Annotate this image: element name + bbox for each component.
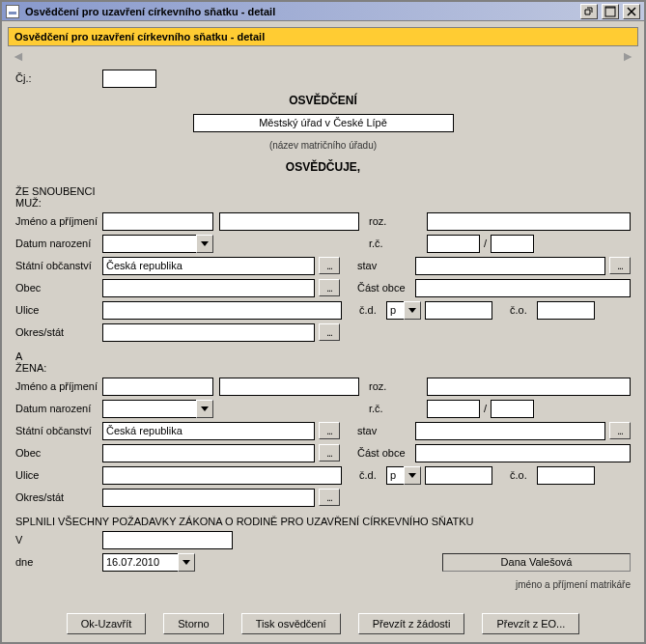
woman-townpart-label: Část obce: [357, 447, 415, 459]
woman-town-input[interactable]: [102, 444, 315, 462]
man-townpart-label: Část obce: [357, 282, 415, 294]
dne-input[interactable]: [102, 553, 178, 572]
woman-co-label: č.o.: [510, 469, 537, 481]
man-citizenship-input[interactable]: [102, 257, 315, 275]
man-town-input[interactable]: [102, 279, 315, 297]
woman-cd-label: č.d.: [359, 469, 386, 481]
woman-town-label: Obec: [15, 447, 102, 459]
woman-cd-type-picker[interactable]: [404, 466, 421, 485]
woman-district-label: Okres/stát: [15, 491, 102, 503]
man-town-label: Obec: [15, 282, 102, 294]
window: Osvědčení pro uzavření církevního sňatku…: [0, 0, 646, 644]
man-street-input[interactable]: [102, 301, 342, 320]
dne-picker[interactable]: [178, 553, 195, 572]
man-label: MUŽ:: [15, 197, 631, 209]
titlebar: Osvědčení pro uzavření církevního sňatku…: [2, 2, 644, 21]
woman-surname-input[interactable]: [219, 378, 359, 396]
man-rc2-input[interactable]: [491, 235, 534, 253]
man-surname-input[interactable]: [219, 212, 359, 231]
woman-citizenship-label: Státní občanství: [15, 425, 102, 436]
fulfilled-text: SPLNILI VŠECHNY POŽADAVKY ZÁKONA O RODIN…: [15, 516, 631, 527]
heading-osvedceni: OSVĚDČENÍ: [289, 94, 357, 107]
man-cd-type[interactable]: [386, 301, 404, 320]
woman-cd-input[interactable]: [425, 466, 492, 485]
man-street-label: Ulice: [15, 304, 102, 316]
woman-district-input[interactable]: [102, 489, 315, 507]
woman-town-lookup[interactable]: ...: [319, 444, 340, 462]
fiances-label: ŽE SNOUBENCI: [15, 185, 631, 197]
dne-label: dne: [15, 556, 102, 568]
ok-button[interactable]: Ok-Uzavřít: [67, 613, 147, 634]
woman-street-label: Ulice: [15, 469, 102, 481]
woman-rc2-input[interactable]: [491, 400, 534, 418]
man-dob-input[interactable]: [102, 235, 196, 253]
woman-status-lookup[interactable]: ...: [609, 422, 631, 439]
man-cd-label: č.d.: [359, 304, 386, 316]
man-rc1-input[interactable]: [427, 235, 480, 253]
man-district-lookup[interactable]: ...: [319, 323, 340, 341]
woman-rc-label: r.č.: [369, 403, 427, 414]
man-dob-picker[interactable]: [196, 235, 213, 253]
man-rc-label: r.č.: [369, 238, 427, 249]
close-button[interactable]: [623, 4, 640, 19]
man-firstname-input[interactable]: [102, 212, 213, 231]
man-rc-sep: /: [484, 238, 487, 249]
man-dob-label: Datum narození: [15, 238, 102, 249]
woman-status-label: stav: [357, 425, 415, 436]
print-button[interactable]: Tisk osvědčení: [241, 613, 341, 634]
man-cd-input[interactable]: [425, 301, 492, 320]
heading-osvedcuje: OSVĚDČUJE,: [286, 160, 360, 174]
woman-rc1-input[interactable]: [427, 400, 480, 418]
woman-nee-input[interactable]: [427, 378, 631, 396]
cj-label: Čj.:: [15, 72, 44, 84]
signer-name: Dana Valešová: [442, 553, 631, 572]
maximize-button[interactable]: [602, 4, 619, 19]
subheader: Osvědčení pro uzavření církevního sňatku…: [8, 27, 638, 46]
man-status-label: stav: [357, 260, 415, 271]
man-citizenship-label: Státní občanství: [15, 260, 102, 271]
and-label: A: [15, 350, 631, 362]
woman-rc-sep: /: [484, 403, 487, 414]
woman-co-input[interactable]: [537, 466, 595, 485]
man-district-input[interactable]: [102, 323, 315, 342]
woman-nee-label: roz.: [369, 380, 427, 392]
man-citizenship-lookup[interactable]: ...: [319, 257, 340, 274]
woman-firstname-input[interactable]: [102, 378, 213, 396]
office-input[interactable]: [193, 114, 454, 132]
cancel-button[interactable]: Storno: [163, 613, 223, 634]
take-request-button[interactable]: Převzít z žádosti: [358, 613, 465, 634]
prev-record-button[interactable]: ◄: [12, 48, 25, 64]
man-cd-type-picker[interactable]: [404, 301, 421, 320]
window-title: Osvědčení pro uzavření církevního sňatku…: [25, 6, 580, 17]
man-town-lookup[interactable]: ...: [319, 279, 340, 296]
man-nee-input[interactable]: [427, 212, 631, 231]
v-input[interactable]: [102, 531, 233, 549]
woman-townpart-input[interactable]: [415, 444, 631, 462]
man-co-input[interactable]: [537, 301, 595, 320]
man-name-label: Jméno a příjmení: [15, 215, 102, 227]
next-record-button[interactable]: ►: [621, 48, 634, 64]
office-sublabel: (název matričního úřadu): [269, 140, 377, 151]
woman-citizenship-lookup[interactable]: ...: [319, 422, 340, 439]
man-nee-label: roz.: [369, 215, 427, 227]
man-co-label: č.o.: [510, 304, 537, 316]
woman-label: ŽENA:: [15, 362, 631, 374]
woman-dob-label: Datum narození: [15, 403, 102, 414]
restore-button[interactable]: [580, 4, 598, 19]
man-district-label: Okres/stát: [15, 326, 102, 338]
woman-dob-input[interactable]: [102, 400, 196, 418]
cj-input[interactable]: [102, 70, 156, 88]
woman-name-label: Jméno a příjmení: [15, 380, 102, 392]
woman-street-input[interactable]: [102, 466, 342, 485]
man-townpart-input[interactable]: [415, 279, 631, 297]
v-label: V: [15, 534, 102, 546]
woman-status-input[interactable]: [415, 422, 605, 440]
woman-dob-picker[interactable]: [196, 400, 213, 418]
take-eo-button[interactable]: Převzít z EO...: [482, 613, 579, 634]
man-status-lookup[interactable]: ...: [609, 257, 631, 274]
app-icon: [6, 5, 19, 18]
woman-citizenship-input[interactable]: [102, 422, 315, 440]
woman-cd-type[interactable]: [386, 466, 404, 485]
woman-district-lookup[interactable]: ...: [319, 489, 340, 506]
man-status-input[interactable]: [415, 257, 605, 275]
